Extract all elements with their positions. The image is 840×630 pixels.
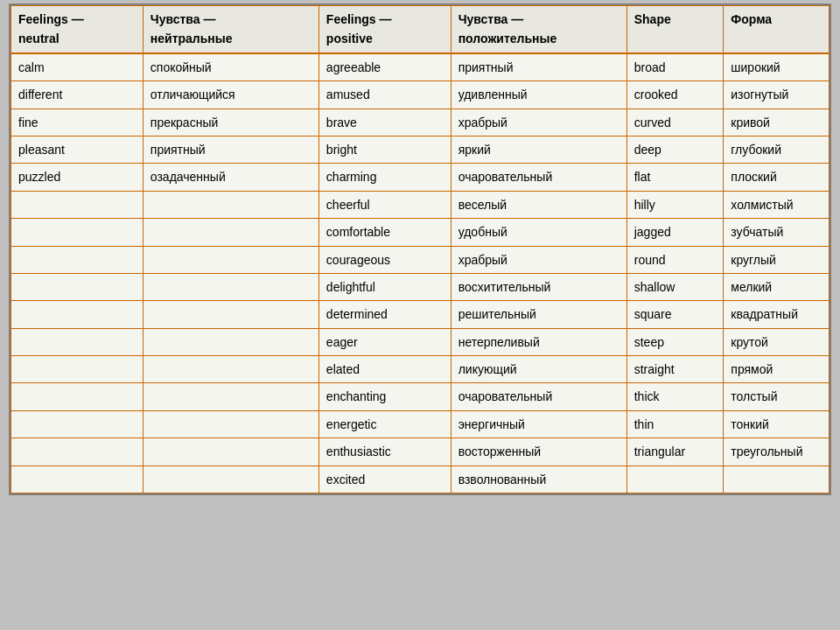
neutral-russian — [143, 356, 318, 383]
positive-english: courageous — [318, 246, 451, 273]
positive-english: delightful — [318, 273, 451, 300]
shape-english: crooked — [626, 81, 724, 108]
header-chuvstva-neutral: Чувства —нейтральные — [143, 6, 318, 53]
header-chuvstva-positive: Чувства —положительные — [451, 6, 626, 53]
shape-english: thick — [626, 383, 724, 410]
table-row: puzzledозадаченныйcharmingочаровательный… — [11, 164, 830, 191]
shape-english: curved — [626, 108, 724, 136]
vocabulary-table: Feelings —neutral Чувства —нейтральные F… — [10, 5, 830, 494]
positive-russian: нетерпеливый — [451, 328, 626, 355]
neutral-english: different — [11, 81, 144, 108]
shape-english: round — [626, 246, 724, 273]
positive-english: cheerful — [318, 191, 451, 218]
table-row: courageousхрабрыйroundкруглый — [11, 246, 830, 273]
positive-russian: очаровательный — [451, 383, 626, 410]
neutral-russian — [143, 438, 318, 466]
neutral-russian — [143, 410, 318, 438]
positive-russian: ликующий — [451, 356, 626, 383]
positive-russian: энергичный — [451, 410, 626, 438]
table-row: elatedликующийstraightпрямой — [11, 356, 830, 383]
positive-english: energetic — [318, 410, 451, 438]
positive-russian: храбрый — [451, 246, 626, 273]
main-window: Feelings —neutral Чувства —нейтральные F… — [9, 4, 831, 495]
neutral-english: pleasant — [11, 136, 144, 163]
shape-russian: круглый — [724, 246, 830, 273]
positive-russian: очаровательный — [451, 164, 626, 191]
positive-english: amused — [318, 81, 451, 108]
shape-english: flat — [626, 164, 724, 191]
shape-english: steep — [626, 328, 724, 355]
neutral-russian — [143, 383, 318, 410]
positive-russian: восторженный — [451, 438, 626, 466]
table-row: comfortableудобныйjaggedзубчатый — [11, 219, 830, 246]
shape-russian: холмистый — [724, 191, 830, 218]
shape-russian: изогнутый — [724, 81, 830, 108]
header-shape: Shape — [626, 6, 724, 53]
shape-english: hilly — [626, 191, 724, 218]
shape-russian — [724, 466, 830, 493]
neutral-english — [11, 410, 144, 438]
header-feelings-neutral: Feelings —neutral — [11, 6, 144, 53]
table-row: excitedвзволнованный — [11, 466, 830, 493]
table-row: fineпрекрасныйbraveхрабрыйcurvedкривой — [11, 108, 830, 136]
neutral-english — [11, 438, 144, 466]
neutral-english — [11, 383, 144, 410]
shape-english: deep — [626, 136, 724, 163]
neutral-russian — [143, 301, 318, 328]
neutral-russian — [143, 273, 318, 300]
shape-russian: зубчатый — [724, 219, 830, 246]
header-forma: Форма — [724, 6, 830, 53]
positive-english: agreeable — [318, 53, 451, 81]
table-row: pleasantприятныйbrightяркийdeepглубокий — [11, 136, 830, 163]
neutral-english — [11, 356, 144, 383]
positive-english: determined — [318, 301, 451, 328]
shape-russian: прямой — [724, 356, 830, 383]
neutral-english — [11, 301, 144, 328]
positive-english: comfortable — [318, 219, 451, 246]
positive-russian: восхитительный — [451, 273, 626, 300]
shape-russian: квадратный — [724, 301, 830, 328]
shape-russian: широкий — [724, 53, 830, 81]
table-row: differentотличающийсяamusedудивленныйcro… — [11, 81, 830, 108]
table-row: delightfulвосхитительныйshallowмелкий — [11, 273, 830, 300]
table-row: enchantingочаровательныйthickтолстый — [11, 383, 830, 410]
positive-russian: храбрый — [451, 108, 626, 136]
shape-english — [626, 466, 724, 493]
shape-english: shallow — [626, 273, 724, 300]
positive-english: bright — [318, 136, 451, 163]
neutral-russian: спокойный — [143, 53, 318, 81]
positive-russian: удивленный — [451, 81, 626, 108]
neutral-english — [11, 466, 144, 493]
shape-english: triangular — [626, 438, 724, 466]
header-feelings-positive: Feelings —positive — [318, 6, 451, 53]
table-row: enthusiasticвосторженныйtriangularтреуго… — [11, 438, 830, 466]
positive-english: charming — [318, 164, 451, 191]
shape-russian: кривой — [724, 108, 830, 136]
shape-english: square — [626, 301, 724, 328]
shape-english: straight — [626, 356, 724, 383]
positive-english: eager — [318, 328, 451, 355]
positive-russian: решительный — [451, 301, 626, 328]
positive-russian: яркий — [451, 136, 626, 163]
neutral-russian — [143, 466, 318, 493]
positive-english: enthusiastic — [318, 438, 451, 466]
shape-english: jagged — [626, 219, 724, 246]
neutral-russian: приятный — [143, 136, 318, 163]
neutral-russian — [143, 246, 318, 273]
shape-russian: плоский — [724, 164, 830, 191]
table-row: calmспокойныйagreeableприятныйbroadширок… — [11, 53, 830, 81]
shape-english: thin — [626, 410, 724, 438]
positive-english: brave — [318, 108, 451, 136]
positive-english: elated — [318, 356, 451, 383]
neutral-english — [11, 273, 144, 300]
positive-english: excited — [318, 466, 451, 493]
neutral-english: calm — [11, 53, 144, 81]
shape-russian: мелкий — [724, 273, 830, 300]
neutral-english: fine — [11, 108, 144, 136]
shape-russian: крутой — [724, 328, 830, 355]
neutral-russian: прекрасный — [143, 108, 318, 136]
shape-russian: тонкий — [724, 410, 830, 438]
neutral-russian — [143, 191, 318, 218]
neutral-english — [11, 219, 144, 246]
shape-russian: глубокий — [724, 136, 830, 163]
